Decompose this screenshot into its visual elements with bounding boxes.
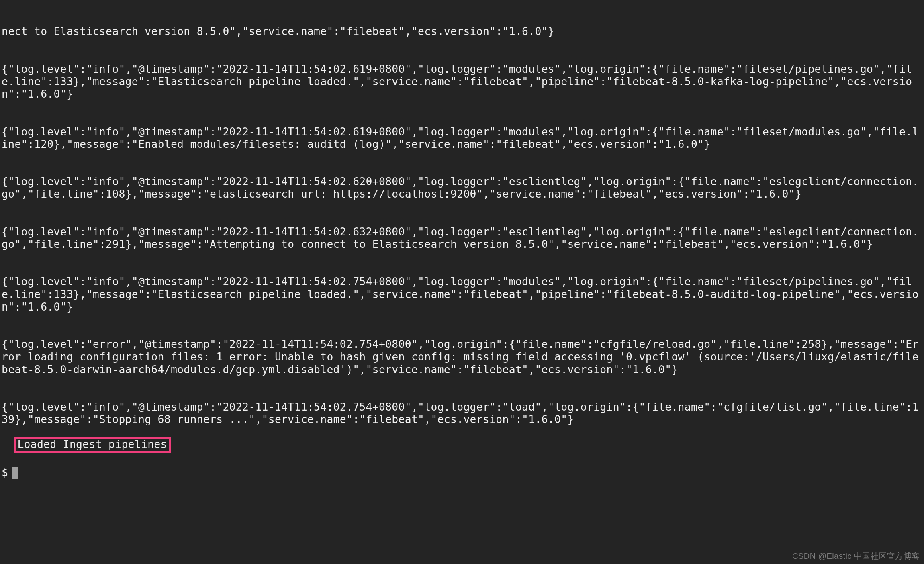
cursor-icon (12, 467, 18, 479)
log-line: {"log.level":"info","@timestamp":"2022-1… (2, 225, 922, 250)
shell-prompt[interactable]: $ (2, 466, 922, 479)
log-line: {"log.level":"info","@timestamp":"2022-1… (2, 175, 922, 200)
log-line: nect to Elasticsearch version 8.5.0","se… (2, 25, 922, 37)
log-line: {"log.level":"info","@timestamp":"2022-1… (2, 125, 922, 150)
log-line: {"log.level":"info","@timestamp":"2022-1… (2, 63, 922, 100)
log-line: {"log.level":"error","@timestamp":"2022-… (2, 338, 922, 375)
prompt-symbol: $ (2, 466, 8, 478)
log-line: {"log.level":"info","@timestamp":"2022-1… (2, 401, 922, 425)
log-line: {"log.level":"info","@timestamp":"2022-1… (2, 275, 922, 313)
loaded-pipelines-highlight: Loaded Ingest pipelines (14, 437, 170, 452)
terminal-output[interactable]: nect to Elasticsearch version 8.5.0","se… (0, 0, 924, 564)
